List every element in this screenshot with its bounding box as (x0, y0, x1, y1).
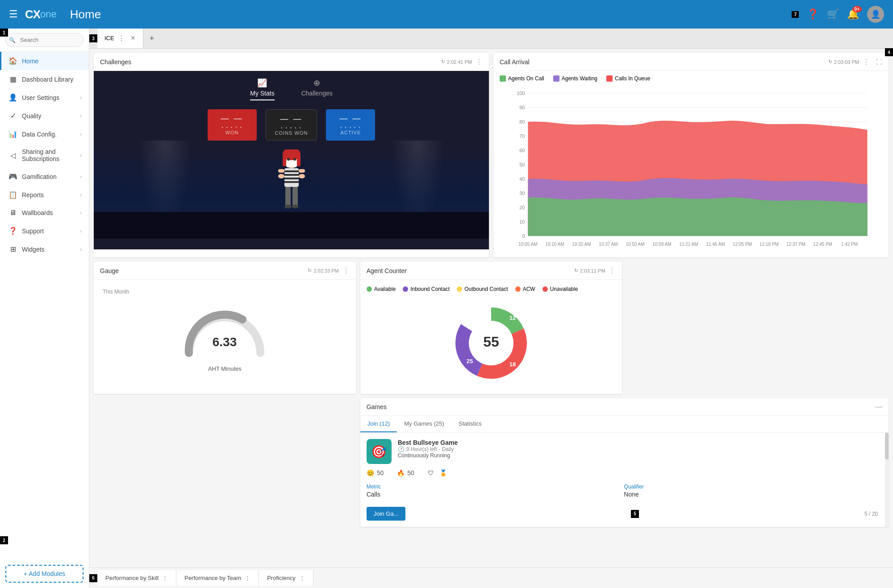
performance-team-menu-icon[interactable]: ⋮ (245, 575, 250, 581)
sidebar-item-data-config[interactable]: 📊 Data Config. › (0, 125, 89, 143)
proficiency-menu-icon[interactable]: ⋮ (299, 575, 305, 581)
legend-agents-waiting: Agents Waiting (553, 75, 597, 82)
medal-icon: 🏅 (439, 469, 447, 476)
games-menu-icon[interactable]: — (875, 403, 882, 411)
legend-calls-in-queue: Calls In Queue (606, 75, 650, 82)
gauge-menu-icon[interactable]: ⋮ (342, 266, 350, 275)
svg-text:55: 55 (483, 334, 499, 350)
games-scrollbar[interactable] (885, 433, 889, 527)
svg-text:10:37 AM: 10:37 AM (599, 242, 618, 247)
games-menu: — (875, 403, 882, 411)
sidebar-item-user-settings[interactable]: 👤 User Settings › (0, 88, 89, 107)
logo-one: one (40, 8, 57, 20)
sidebar-item-support[interactable]: ❓ Support › (0, 222, 89, 240)
sidebar-item-gamification[interactable]: 🎮 Gamification › (0, 167, 89, 186)
help-icon-btn[interactable]: ❓ (807, 8, 819, 20)
stats-icon: 📈 (257, 78, 267, 88)
acw-dot (515, 286, 521, 292)
search-input[interactable] (5, 33, 83, 47)
call-arrival-menu-icon[interactable]: ⋮ (863, 58, 870, 66)
svg-text:50: 50 (519, 162, 525, 167)
reports-icon: 📋 (8, 190, 17, 199)
agent-counter-card: Agent Counter ↻ 2:03:11 PM ⋮ Available (360, 262, 622, 394)
bottom-tab-performance-team[interactable]: Performance by Team ⋮ (176, 570, 259, 586)
challenges-label: Challenges (301, 90, 333, 97)
svg-rect-10 (284, 178, 299, 179)
join-tab[interactable]: Join (12) (360, 416, 397, 432)
sidebar-item-reports[interactable]: 📋 Reports › (0, 186, 89, 204)
sidebar-search-section (0, 29, 89, 52)
sidebar-item-home[interactable]: 🏠 Home (0, 52, 89, 70)
donut-chart: 55 12 25 18 (446, 298, 536, 388)
add-modules-button[interactable]: + Add Modules (5, 565, 83, 583)
chevron-right-icon: › (80, 113, 82, 119)
performance-skill-menu-icon[interactable]: ⋮ (162, 575, 168, 581)
agent-counter-header: Agent Counter ↻ 2:03:11 PM ⋮ (360, 262, 622, 280)
notifications-icon-btn[interactable]: 🔔 0+ (847, 8, 859, 20)
inbound-label: Inbound Contact (410, 286, 450, 292)
search-wrap (5, 33, 83, 47)
smiley-icon: 😊 (367, 469, 374, 476)
user-settings-icon: 👤 (8, 93, 17, 102)
outbound-label: Outbound Contact (464, 286, 508, 292)
statistics-tab[interactable]: Statistics (451, 416, 489, 432)
svg-text:10:32 AM: 10:32 AM (572, 242, 591, 247)
sidebar-item-quality[interactable]: ✓ Quality › (0, 107, 89, 125)
legend-inbound: Inbound Contact (403, 286, 450, 292)
tab-add-button[interactable]: + (143, 30, 161, 47)
chevron-right-icon: › (80, 131, 82, 137)
challenges-time: 2:02:41 PM (447, 59, 472, 65)
metric-value: Calls (367, 491, 621, 498)
qualifier-label: Qualifier (624, 484, 878, 490)
agent-counter-menu-icon[interactable]: ⋮ (609, 266, 616, 275)
svg-text:10:10 AM: 10:10 AM (545, 242, 564, 247)
agents-on-call-dot (500, 75, 506, 82)
join-game-button[interactable]: Join Ga... (367, 507, 406, 521)
expand-icon[interactable]: ⛶ (876, 58, 882, 66)
bottom-tab-performance-skill[interactable]: Performance by Skill ⋮ (97, 570, 176, 586)
bottom-tab-proficiency[interactable]: Proficiency ⋮ (259, 570, 313, 586)
refresh-icon: ↻ (828, 59, 832, 65)
challenges-card: Challenges ↻ 2:02:41 PM ⋮ 📈 My Stats (94, 53, 489, 257)
sidebar-item-widgets[interactable]: ⊞ Widgets › (0, 240, 89, 258)
challenges-title: Challenges (100, 58, 131, 66)
games-scroll-thumb[interactable] (885, 433, 889, 460)
coins-won-stat-box: — — • • • • • COINS WON (266, 109, 317, 141)
corner-badge-4: 4 (885, 49, 893, 56)
hamburger-menu[interactable]: ☰ (9, 8, 18, 20)
svg-text:100: 100 (517, 91, 525, 96)
chevron-right-icon: › (80, 174, 82, 180)
svg-text:25: 25 (467, 358, 473, 364)
won-stat-box: — — • • • • • WON (208, 109, 257, 141)
page-counter: 5 / 20 (864, 511, 878, 517)
performance-skill-label: Performance by Skill (105, 575, 159, 581)
sidebar: 🏠 Home ▦ Dashboard Library 👤 User Settin… (0, 29, 89, 588)
challenges-tab[interactable]: ⊕ Challenges (301, 78, 333, 100)
cart-icon-btn[interactable]: 🛒 (827, 8, 839, 20)
games-body: 🎯 Best Bullseye Game 🕐 9 Hour(s) left - … (360, 433, 889, 527)
tab-close-icon[interactable]: ✕ (130, 34, 136, 41)
coins-dashes: — — (275, 114, 308, 124)
stats-boxes: — — • • • • • WON — — • • • • • COINS WO… (94, 100, 489, 141)
tab-ice[interactable]: ICE ⋮ ✕ (97, 29, 143, 48)
user-avatar[interactable]: 👤 (867, 6, 884, 23)
data-config-icon: 📊 (8, 130, 17, 138)
chevron-right-icon: › (80, 95, 82, 101)
svg-point-5 (287, 158, 290, 161)
character-avatar (274, 149, 309, 214)
stat-shield: 🛡 🏅 (428, 469, 447, 476)
game-time: 🕐 9 Hour(s) left - Daily (398, 446, 878, 452)
stat-smiley: 😊 50 (367, 469, 384, 476)
challenges-menu-icon[interactable]: ⋮ (476, 58, 483, 66)
sidebar-item-sharing[interactable]: ◁ Sharing and Subscriptions › (0, 143, 89, 167)
page-title: Home (70, 8, 792, 21)
sidebar-item-wallboards[interactable]: 🖥 Wallboards › (0, 204, 89, 222)
svg-text:12:18 PM: 12:18 PM (759, 242, 779, 247)
my-games-tab[interactable]: My Games (25) (397, 416, 451, 432)
tab-more-icon[interactable]: ⋮ (118, 34, 125, 42)
svg-point-19 (292, 205, 299, 208)
sidebar-item-dashboard-library[interactable]: ▦ Dashboard Library (0, 70, 89, 88)
qualifier-value: None (624, 491, 878, 498)
agent-counter-refresh: ↻ 2:03:11 PM (574, 268, 605, 273)
my-stats-tab[interactable]: 📈 My Stats (250, 78, 274, 100)
